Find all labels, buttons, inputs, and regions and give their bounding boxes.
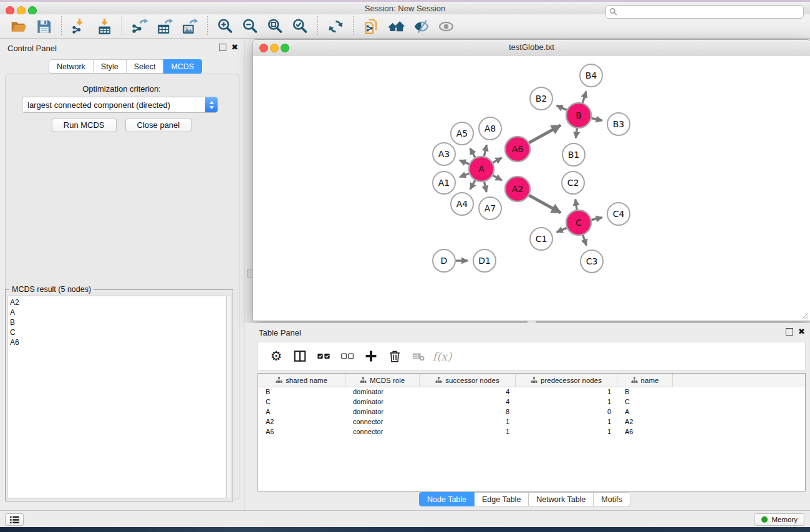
- resize-grip-icon[interactable]: [800, 311, 809, 319]
- network-file-button[interactable]: [360, 16, 382, 36]
- node-A8[interactable]: A8: [479, 117, 501, 140]
- edge-C-C3[interactable]: [583, 235, 587, 246]
- edge-A-A4[interactable]: [470, 180, 475, 189]
- node-B[interactable]: B: [566, 103, 591, 128]
- node-A1[interactable]: A1: [433, 172, 455, 194]
- tab-motifs[interactable]: Motifs: [594, 492, 630, 506]
- tab-style[interactable]: Style: [94, 59, 127, 74]
- tab-select[interactable]: Select: [127, 59, 164, 74]
- node-C1[interactable]: C1: [530, 228, 552, 250]
- close-panel-icon[interactable]: ✖: [231, 44, 238, 51]
- edge-C-C4[interactable]: [592, 218, 602, 220]
- edge-B-B3[interactable]: [592, 118, 602, 120]
- node-A6[interactable]: A6: [505, 137, 530, 162]
- result-list-item[interactable]: A6: [10, 337, 226, 347]
- gear-button[interactable]: ⚙: [266, 346, 287, 367]
- edge-A-A8[interactable]: [484, 145, 486, 156]
- network-view-window[interactable]: testGlobe.txt B4B2BB3A8A5A6A3B1AA1C2A2A4…: [253, 39, 810, 321]
- node-A5[interactable]: A5: [451, 122, 473, 145]
- trash-button[interactable]: [384, 346, 405, 367]
- result-list-item[interactable]: C: [10, 327, 226, 337]
- zoom-selected-button[interactable]: [289, 16, 311, 36]
- edge-A-A6[interactable]: [493, 158, 501, 163]
- node-B2[interactable]: B2: [530, 87, 552, 110]
- edge-B-B2[interactable]: [556, 105, 566, 110]
- eye-disabled-button[interactable]: [435, 16, 456, 36]
- hide-eye-button[interactable]: [410, 16, 432, 36]
- export-table-button[interactable]: [154, 16, 175, 36]
- network-graph-canvas[interactable]: B4B2BB3A8A5A6A3B1AA1C2A2A4A7C4CC1C3DD1: [253, 56, 809, 320]
- checkboxes-checked-button[interactable]: [313, 346, 334, 367]
- node-table[interactable]: shared nameMCDS rolesuccessor nodesprede…: [258, 373, 806, 491]
- refresh-layout-button[interactable]: [325, 16, 346, 36]
- tab-edge-table[interactable]: Edge Table: [475, 492, 529, 506]
- table-row[interactable]: Bdominator41B: [258, 387, 805, 397]
- memory-button[interactable]: Memory: [755, 513, 804, 526]
- node-B1[interactable]: B1: [562, 143, 585, 166]
- edge-C-C1[interactable]: [557, 228, 567, 232]
- criterion-dropdown[interactable]: largest connected component (directed): [22, 97, 218, 113]
- table-row[interactable]: A2connector11A2: [258, 417, 805, 427]
- edge-A6-B[interactable]: [529, 125, 561, 143]
- edge-A-A3[interactable]: [460, 160, 470, 164]
- edge-A-A2[interactable]: [493, 175, 501, 180]
- edge-A-A1[interactable]: [460, 173, 469, 177]
- node-A2[interactable]: A2: [505, 177, 530, 201]
- table-row[interactable]: A6connector11A6: [258, 427, 805, 437]
- columns-button[interactable]: [289, 346, 311, 367]
- zoom-in-button[interactable]: [215, 16, 236, 36]
- result-list-item[interactable]: A: [10, 307, 226, 317]
- search-input[interactable]: [605, 5, 804, 19]
- node-A7[interactable]: A7: [479, 197, 501, 220]
- column-header-MCDS-role[interactable]: MCDS role: [345, 374, 420, 387]
- float-panel-icon[interactable]: [219, 44, 226, 51]
- column-header-name[interactable]: name: [617, 374, 673, 387]
- edge-C-C2[interactable]: [576, 200, 577, 210]
- close-table-panel-icon[interactable]: ✖: [798, 329, 805, 335]
- checkboxes-unchecked-button[interactable]: [337, 346, 358, 367]
- network-window-titlebar[interactable]: testGlobe.txt: [253, 40, 810, 56]
- add-button[interactable]: [360, 346, 382, 367]
- run-mcds-button[interactable]: Run MCDS: [52, 118, 117, 132]
- zoom-fit-button[interactable]: [264, 16, 286, 36]
- result-list-item[interactable]: A2: [10, 297, 226, 307]
- column-header-successor-nodes[interactable]: successor nodes: [420, 374, 516, 387]
- node-A[interactable]: A: [469, 157, 494, 181]
- node-A4[interactable]: A4: [451, 193, 473, 215]
- node-A3[interactable]: A3: [433, 143, 455, 165]
- tab-network-table[interactable]: Network Table: [529, 492, 594, 506]
- tab-network[interactable]: Network: [49, 59, 94, 74]
- import-table-button[interactable]: [94, 16, 115, 36]
- table-row[interactable]: Cdominator41C: [258, 397, 805, 407]
- mcds-result-list[interactable]: A2ABCA6: [7, 296, 226, 498]
- column-header-predecessor-nodes[interactable]: predecessor nodes: [516, 374, 617, 387]
- export-network-button[interactable]: [129, 16, 150, 36]
- homes-button[interactable]: [385, 16, 407, 36]
- edge-A-A5[interactable]: [470, 148, 475, 158]
- node-C3[interactable]: C3: [581, 250, 603, 273]
- node-B4[interactable]: B4: [580, 64, 602, 87]
- tab-mcds[interactable]: MCDS: [163, 59, 202, 74]
- node-D[interactable]: D: [433, 249, 455, 272]
- node-C[interactable]: C: [566, 210, 591, 235]
- edge-B-B4[interactable]: [582, 92, 586, 103]
- import-network-button[interactable]: [69, 16, 90, 36]
- edge-A2-C[interactable]: [529, 195, 561, 213]
- node-C2[interactable]: C2: [562, 172, 584, 194]
- float-table-panel-icon[interactable]: [786, 328, 793, 336]
- save-button[interactable]: [33, 16, 54, 36]
- node-B3[interactable]: B3: [607, 113, 630, 135]
- result-list-scrollbar[interactable]: [226, 296, 231, 498]
- node-D1[interactable]: D1: [473, 249, 496, 272]
- edge-B-B1[interactable]: [576, 128, 577, 138]
- edge-A-A7[interactable]: [485, 181, 487, 191]
- tab-node-table[interactable]: Node Table: [419, 492, 475, 506]
- close-panel-button[interactable]: Close panel: [125, 118, 192, 132]
- column-header-shared-name[interactable]: shared name: [258, 374, 345, 387]
- node-C4[interactable]: C4: [607, 203, 630, 225]
- zoom-out-button[interactable]: [239, 16, 261, 36]
- open-folder-button[interactable]: [8, 16, 29, 36]
- task-history-button[interactable]: [5, 513, 24, 526]
- table-row[interactable]: Adominator80A: [258, 407, 805, 417]
- result-list-item[interactable]: B: [10, 317, 226, 327]
